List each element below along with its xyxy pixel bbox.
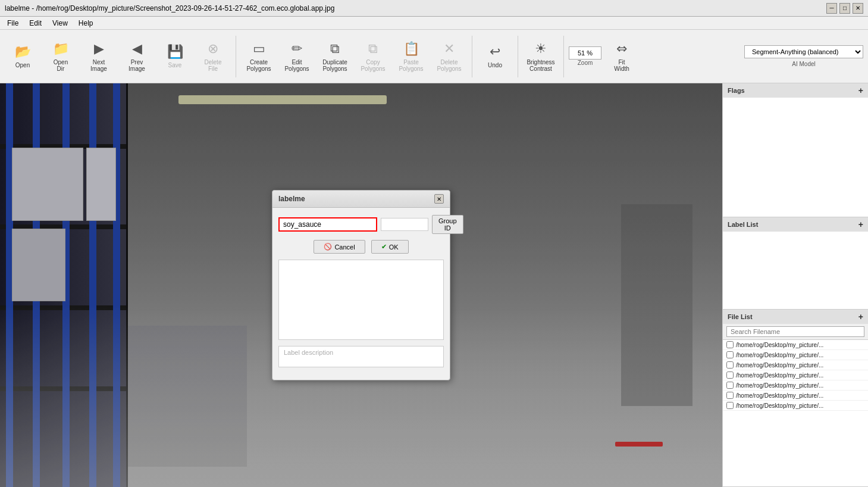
file-path-5: /home/rog/Desktop/my_picture/... bbox=[736, 382, 823, 389]
copy-polygons-icon: ⧉ bbox=[368, 41, 378, 57]
next-image-button[interactable]: ▶ NextImage bbox=[81, 33, 117, 80]
label-input[interactable] bbox=[278, 217, 377, 232]
dialog-buttons: 🚫 Cancel ✔ OK bbox=[278, 240, 444, 254]
zoom-label: Zoom bbox=[578, 60, 593, 66]
open-dir-icon: 📁 bbox=[53, 41, 69, 57]
file-checkbox-3[interactable] bbox=[726, 361, 734, 369]
undo-button[interactable]: ↩ Undo bbox=[477, 33, 513, 80]
open-dir-button[interactable]: 📁 OpenDir bbox=[43, 33, 79, 80]
file-search-input[interactable] bbox=[726, 326, 864, 337]
menu-file[interactable]: File bbox=[2, 18, 23, 29]
paste-polygons-icon: 📋 bbox=[403, 41, 419, 57]
save-label: Save bbox=[168, 62, 182, 68]
title-bar: labelme - /home/rog/Desktop/my_picture/S… bbox=[0, 0, 868, 17]
toolbar: 📂 Open 📁 OpenDir ▶ NextImage ◀ PrevImage… bbox=[0, 30, 868, 83]
labelme-dialog: labelme ✕ Group ID bbox=[272, 190, 450, 380]
dialog-title-bar: labelme ✕ bbox=[272, 191, 450, 208]
open-button[interactable]: 📂 Open bbox=[5, 33, 40, 80]
duplicate-polygons-button[interactable]: ⧉ DuplicatePolygons bbox=[317, 33, 353, 80]
menu-edit[interactable]: Edit bbox=[24, 18, 46, 29]
fit-width-icon: ⇔ bbox=[616, 41, 627, 57]
next-image-label: NextImage bbox=[90, 59, 107, 72]
canvas-area[interactable]: labelme ✕ Group ID bbox=[0, 83, 722, 487]
ai-model-area: Segment-Anything (balanced) Segment-Anyt… bbox=[744, 45, 863, 67]
file-search bbox=[723, 324, 868, 340]
file-checkbox-2[interactable] bbox=[726, 351, 734, 358]
cancel-button[interactable]: 🚫 Cancel bbox=[314, 240, 365, 254]
next-image-icon: ▶ bbox=[94, 41, 104, 57]
file-list-add-icon[interactable]: + bbox=[858, 312, 863, 321]
open-label: Open bbox=[15, 62, 30, 68]
ok-label: OK bbox=[389, 244, 399, 251]
file-path-4: /home/rog/Desktop/my_picture/... bbox=[736, 372, 823, 379]
dialog-close-button[interactable]: ✕ bbox=[434, 194, 444, 204]
list-item: /home/rog/Desktop/my_picture/... bbox=[723, 350, 868, 360]
label-list-header: Label List + bbox=[723, 217, 868, 232]
prev-image-button[interactable]: ◀ PrevImage bbox=[119, 33, 155, 80]
window-title: labelme - /home/rog/Desktop/my_picture/S… bbox=[5, 4, 334, 13]
list-item: /home/rog/Desktop/my_picture/... bbox=[723, 370, 868, 380]
menu-bar: File Edit View Help bbox=[0, 17, 868, 30]
toolbar-separator-1 bbox=[236, 36, 236, 77]
menu-view[interactable]: View bbox=[48, 18, 73, 29]
file-path-7: /home/rog/Desktop/my_picture/... bbox=[736, 402, 823, 409]
cancel-icon: 🚫 bbox=[324, 243, 332, 251]
cancel-label: Cancel bbox=[334, 244, 355, 251]
file-checkbox-4[interactable] bbox=[726, 372, 734, 379]
warehouse-scene: labelme ✕ Group ID bbox=[0, 83, 722, 487]
list-item: /home/rog/Desktop/my_picture/... bbox=[723, 380, 868, 391]
file-list-section: File List + /home/rog/Desktop/my_picture… bbox=[723, 310, 868, 487]
paste-polygons-button: 📋 PastePolygons bbox=[393, 33, 429, 80]
brightness-contrast-button[interactable]: ☀ BrightnessContrast bbox=[523, 33, 559, 80]
zoom-input[interactable] bbox=[569, 46, 601, 60]
dialog-label-row: Group ID bbox=[278, 215, 444, 234]
undo-icon: ↩ bbox=[490, 44, 500, 60]
maximize-button[interactable]: □ bbox=[839, 3, 850, 14]
delete-polygons-icon: ✕ bbox=[444, 41, 455, 57]
fit-width-button[interactable]: ⇔ FitWidth bbox=[604, 33, 640, 80]
file-list-items: /home/rog/Desktop/my_picture/... /home/r… bbox=[723, 340, 868, 486]
edit-polygons-icon: ✏ bbox=[292, 41, 302, 57]
group-id-button[interactable]: Group ID bbox=[432, 215, 463, 234]
file-path-6: /home/rog/Desktop/my_picture/... bbox=[736, 392, 823, 399]
dialog-body: Group ID 🚫 Cancel ✔ OK bbox=[272, 208, 450, 374]
list-item: /home/rog/Desktop/my_picture/... bbox=[723, 340, 868, 350]
file-checkbox-7[interactable] bbox=[726, 402, 734, 409]
file-checkbox-6[interactable] bbox=[726, 392, 734, 399]
edit-polygons-button[interactable]: ✏ EditPolygons bbox=[279, 33, 315, 80]
group-id-input[interactable] bbox=[381, 218, 428, 231]
flags-content bbox=[723, 98, 868, 217]
toolbar-separator-4 bbox=[563, 36, 564, 77]
close-button[interactable]: ✕ bbox=[853, 3, 863, 14]
prev-image-label: PrevImage bbox=[129, 59, 145, 72]
list-item: /home/rog/Desktop/my_picture/... bbox=[723, 401, 868, 411]
brightness-contrast-label: BrightnessContrast bbox=[527, 59, 554, 72]
label-list-title: Label List bbox=[728, 221, 758, 228]
flags-section: Flags + bbox=[723, 83, 868, 217]
save-icon: 💾 bbox=[167, 44, 183, 60]
zoom-control: Zoom bbox=[569, 46, 601, 66]
toolbar-separator-2 bbox=[472, 36, 472, 77]
copy-polygons-button: ⧉ CopyPolygons bbox=[355, 33, 391, 80]
ai-model-select[interactable]: Segment-Anything (balanced) Segment-Anyt… bbox=[744, 45, 863, 58]
label-list-add-icon[interactable]: + bbox=[858, 220, 863, 229]
open-icon: 📂 bbox=[15, 44, 31, 60]
main-content: labelme ✕ Group ID bbox=[0, 83, 868, 487]
toolbar-separator-3 bbox=[518, 36, 518, 77]
file-path-1: /home/rog/Desktop/my_picture/... bbox=[736, 342, 823, 348]
fit-width-label: FitWidth bbox=[614, 59, 629, 72]
undo-label: Undo bbox=[488, 62, 502, 68]
create-polygons-button[interactable]: ▭ CreatePolygons bbox=[241, 33, 277, 80]
flags-add-icon[interactable]: + bbox=[858, 86, 863, 95]
dialog-description-field[interactable]: Label description bbox=[278, 346, 444, 367]
file-checkbox-5[interactable] bbox=[726, 382, 734, 389]
duplicate-polygons-label: DuplicatePolygons bbox=[322, 59, 347, 72]
ai-model-label: AI Model bbox=[792, 61, 815, 67]
ok-button[interactable]: ✔ OK bbox=[371, 240, 409, 254]
window-controls: ─ □ ✕ bbox=[826, 3, 863, 14]
menu-help[interactable]: Help bbox=[74, 18, 98, 29]
label-list-section: Label List + bbox=[723, 217, 868, 310]
delete-polygons-label: DeletePolygons bbox=[437, 59, 461, 72]
minimize-button[interactable]: ─ bbox=[826, 3, 837, 14]
file-checkbox-1[interactable] bbox=[726, 341, 734, 348]
